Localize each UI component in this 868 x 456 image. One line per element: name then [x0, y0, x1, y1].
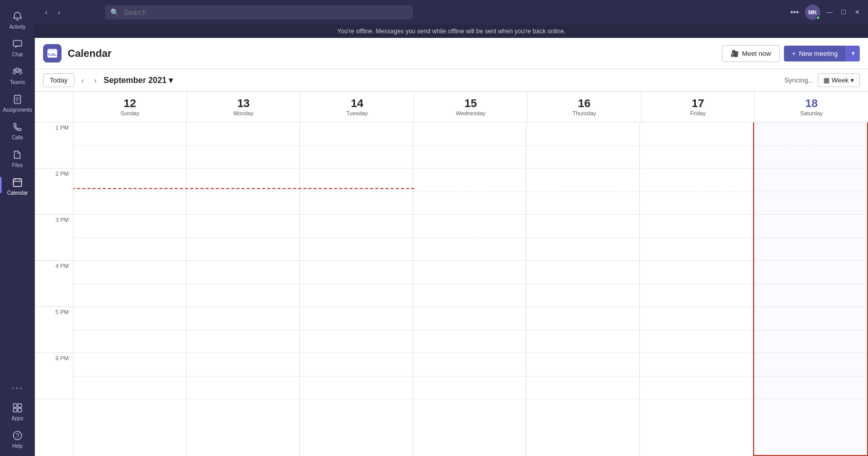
hour-cell-sat-1[interactable]	[754, 122, 867, 169]
calendar-area: CAL Calendar 🎥 Meet now + New meeting ▾	[35, 38, 868, 456]
hour-cell-thu-1[interactable]	[527, 122, 639, 169]
maximize-button[interactable]: ☐	[839, 7, 849, 18]
hour-cell-tue-1[interactable]	[300, 122, 413, 169]
hour-cell-sun-6[interactable]	[73, 353, 186, 399]
hour-cell-tue-6[interactable]	[300, 353, 413, 399]
hour-cell-sun-3[interactable]	[73, 215, 186, 261]
sidebar-item-apps[interactable]: Apps	[0, 397, 35, 424]
avatar[interactable]: MK	[805, 5, 820, 20]
time-slot-6pm: 6 PM	[35, 353, 73, 399]
hour-cell-wed-2[interactable]	[413, 169, 526, 215]
hour-cell-fri-2[interactable]	[640, 169, 753, 215]
search-bar: 🔍	[105, 5, 413, 19]
hour-cell-sun-5[interactable]	[73, 307, 186, 353]
hour-cell-tue-5[interactable]	[300, 307, 413, 353]
new-meeting-chevron-button[interactable]: ▾	[846, 46, 860, 61]
time-slots: 1 PM 2 PM 3 PM 4 PM 5 PM 6 PM	[35, 122, 73, 456]
hour-cell-sun-1[interactable]	[73, 122, 186, 169]
back-button[interactable]: ‹	[41, 6, 52, 18]
day-col-friday[interactable]	[640, 122, 753, 456]
day-col-tuesday[interactable]	[300, 122, 413, 456]
sidebar-item-more[interactable]: ···	[0, 376, 35, 397]
day-num-18: 18	[805, 98, 818, 109]
sidebar-item-chat[interactable]: Chat	[0, 33, 35, 60]
chat-icon	[11, 38, 24, 50]
svg-rect-7	[18, 404, 22, 407]
hour-cell-wed-4[interactable]	[413, 261, 526, 307]
hour-cell-sun-4[interactable]	[73, 261, 186, 307]
svg-point-1	[16, 68, 19, 71]
search-input[interactable]	[105, 5, 413, 19]
hour-cell-fri-1[interactable]	[640, 122, 753, 169]
hour-cell-sat-6[interactable]	[754, 353, 867, 399]
forward-button[interactable]: ›	[54, 6, 65, 18]
day-name-thursday: Thursday	[573, 110, 596, 116]
hour-cell-tue-4[interactable]	[300, 261, 413, 307]
more-options-icon: •••	[790, 8, 799, 16]
prev-period-button[interactable]: ‹	[78, 74, 87, 87]
hour-cell-thu-5[interactable]	[527, 307, 639, 353]
hour-cell-tue-3[interactable]	[300, 215, 413, 261]
hour-cell-sat-2[interactable]	[754, 169, 867, 215]
hour-cell-wed-6[interactable]	[413, 353, 526, 399]
hour-cell-thu-3[interactable]	[527, 215, 639, 261]
hour-cell-thu-2[interactable]	[527, 169, 639, 215]
hour-cell-fri-3[interactable]	[640, 215, 753, 261]
close-button[interactable]: ✕	[853, 7, 862, 18]
hour-cell-wed-1[interactable]	[413, 122, 526, 169]
hour-cell-mon-5[interactable]	[187, 307, 299, 353]
svg-text:CAL: CAL	[48, 52, 57, 57]
day-header-monday: 13 Monday	[187, 92, 301, 122]
calendar-nav: Today ‹ › September 2021 ▾ Syncing... ▦ …	[35, 69, 868, 92]
hour-cell-tue-2[interactable]	[300, 169, 413, 215]
time-label-1pm: 1 PM	[55, 125, 69, 131]
hour-cell-thu-6[interactable]	[527, 353, 639, 399]
hour-cell-wed-3[interactable]	[413, 215, 526, 261]
day-num-17: 17	[692, 98, 704, 109]
sidebar-item-teams[interactable]: Teams	[0, 60, 35, 88]
meet-now-button[interactable]: 🎥 Meet now	[722, 45, 779, 62]
sidebar-item-assignments-label: Assignments	[3, 107, 32, 113]
sidebar-item-calendar[interactable]: Calendar	[0, 171, 35, 199]
sidebar-item-calls-label: Calls	[12, 135, 23, 140]
new-meeting-button[interactable]: + New meeting	[784, 46, 846, 61]
hour-cell-sat-5[interactable]	[754, 307, 867, 353]
next-period-button[interactable]: ›	[91, 74, 99, 87]
day-name-tuesday: Tuesday	[347, 110, 368, 116]
hour-cell-mon-6[interactable]	[187, 353, 299, 399]
hour-cell-fri-5[interactable]	[640, 307, 753, 353]
hour-cell-thu-4[interactable]	[527, 261, 639, 307]
sidebar-item-assignments[interactable]: Assignments	[0, 88, 35, 116]
month-label[interactable]: September 2021 ▾	[104, 75, 173, 85]
time-column-header	[35, 92, 73, 122]
days-grid: 12 Sunday 13 Monday 14 Tuesday 15 Wednes…	[73, 92, 868, 456]
day-col-saturday[interactable]	[753, 122, 868, 456]
sidebar-item-files[interactable]: Files	[0, 143, 35, 171]
meet-now-label: Meet now	[742, 50, 771, 57]
time-label-5pm: 5 PM	[55, 309, 69, 315]
hour-cell-mon-4[interactable]	[187, 261, 299, 307]
hour-cell-mon-3[interactable]	[187, 215, 299, 261]
hour-cell-mon-2[interactable]	[187, 169, 299, 215]
sidebar-item-calls[interactable]: Calls	[0, 116, 35, 143]
hour-cell-wed-5[interactable]	[413, 307, 526, 353]
sidebar: Activity Chat Teams	[0, 0, 35, 456]
hour-cell-sat-4[interactable]	[754, 261, 867, 307]
day-col-monday[interactable]	[187, 122, 300, 456]
minimize-button[interactable]: —	[824, 7, 835, 18]
hour-cell-fri-6[interactable]	[640, 353, 753, 399]
hour-cell-mon-1[interactable]	[187, 122, 299, 169]
syncing-text: Syncing...	[784, 76, 814, 84]
sidebar-item-help[interactable]: ? Help	[0, 424, 35, 452]
more-options-button[interactable]: •••	[788, 6, 801, 19]
week-view-button[interactable]: ▦ Week ▾	[818, 73, 860, 87]
day-col-thursday[interactable]	[527, 122, 640, 456]
day-col-sunday[interactable]	[73, 122, 187, 456]
day-col-wednesday[interactable]	[413, 122, 527, 456]
sidebar-item-activity[interactable]: Activity	[0, 5, 35, 33]
hour-cell-sun-2[interactable]	[73, 169, 186, 215]
time-slot-4pm: 4 PM	[35, 261, 73, 307]
hour-cell-sat-3[interactable]	[754, 215, 867, 261]
hour-cell-fri-4[interactable]	[640, 261, 753, 307]
today-button[interactable]: Today	[43, 73, 74, 87]
